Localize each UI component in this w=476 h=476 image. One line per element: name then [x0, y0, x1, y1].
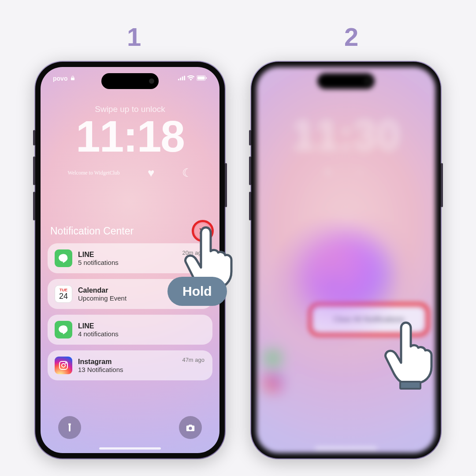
clear-button[interactable]	[195, 223, 210, 238]
notification-item[interactable]: LINE 5 notifications 20m ago	[48, 243, 212, 273]
app-icon-instagram	[55, 357, 72, 374]
status-bar: povo	[41, 75, 219, 82]
clock: 11:18	[41, 111, 219, 162]
notif-subtitle: 4 notifications	[78, 330, 205, 338]
camera-icon	[186, 423, 195, 432]
wallpaper-heart	[302, 234, 390, 314]
signal-icon	[178, 75, 185, 82]
svg-rect-3	[184, 76, 185, 81]
phone-mockup-2: 11:30 ♥☾ Clear All Notifications	[251, 62, 441, 458]
notification-item[interactable]: Instagram 13 Notifications 47m ago	[48, 350, 212, 380]
clear-all-label: Clear All Notifications	[334, 315, 405, 324]
phone-mockup-1: povo Swipe up to unlock 11:18 Welcome to…	[35, 62, 225, 458]
heart-icon: ♥	[148, 166, 154, 180]
notif-time: 47m ago	[182, 357, 205, 363]
step-number-1: 1	[127, 22, 141, 52]
clear-all-button[interactable]: Clear All Notifications	[314, 307, 424, 332]
svg-point-10	[62, 364, 65, 367]
flashlight-button[interactable]	[58, 416, 81, 439]
lock-icon	[70, 75, 75, 82]
battery-icon	[197, 75, 207, 82]
widget-text: Welcome to WidgetClub	[68, 170, 120, 176]
camera-button[interactable]	[179, 416, 202, 439]
svg-rect-0	[178, 79, 179, 81]
svg-point-11	[66, 363, 67, 364]
svg-rect-5	[197, 76, 205, 79]
wifi-icon	[187, 75, 194, 82]
hold-badge: Hold	[167, 277, 227, 306]
notification-center-title: Notification Center	[50, 225, 134, 237]
close-icon	[199, 228, 205, 234]
svg-rect-1	[180, 78, 181, 80]
notif-app-name: LINE	[78, 322, 205, 330]
notif-subtitle: 5 notifications	[78, 259, 205, 266]
lock-widgets: Welcome to WidgetClub ♥ ☾	[41, 166, 219, 180]
notification-item[interactable]: LINE 4 notifications	[48, 315, 212, 345]
app-icon-calendar: TUE 24	[55, 285, 72, 303]
carrier-label: povo	[53, 75, 67, 82]
lock-screen-blurred[interactable]: 11:30 ♥☾ Clear All Notifications	[257, 67, 435, 453]
lock-screen[interactable]: povo Swipe up to unlock 11:18 Welcome to…	[41, 67, 219, 453]
moon-icon: ☾	[182, 166, 192, 180]
app-icon-line	[55, 321, 72, 338]
highlight-box	[309, 303, 429, 336]
svg-rect-6	[206, 77, 207, 79]
app-icon-line	[55, 249, 72, 267]
notif-time: 20m ago	[182, 249, 205, 256]
svg-rect-2	[182, 76, 183, 80]
home-indicator[interactable]	[99, 447, 161, 450]
widgets-blurred: ♥☾	[257, 166, 435, 178]
notif-subtitle: 13 Notifications	[78, 366, 205, 373]
step-number-2: 2	[344, 22, 358, 52]
flashlight-icon	[65, 423, 74, 432]
home-indicator[interactable]	[315, 447, 377, 450]
clock-blurred: 11:30	[257, 111, 435, 160]
notification-list[interactable]: LINE 5 notifications 20m ago TUE 24 Cale…	[48, 243, 212, 380]
dynamic-island	[317, 73, 375, 89]
blurred-notifications	[264, 349, 282, 392]
